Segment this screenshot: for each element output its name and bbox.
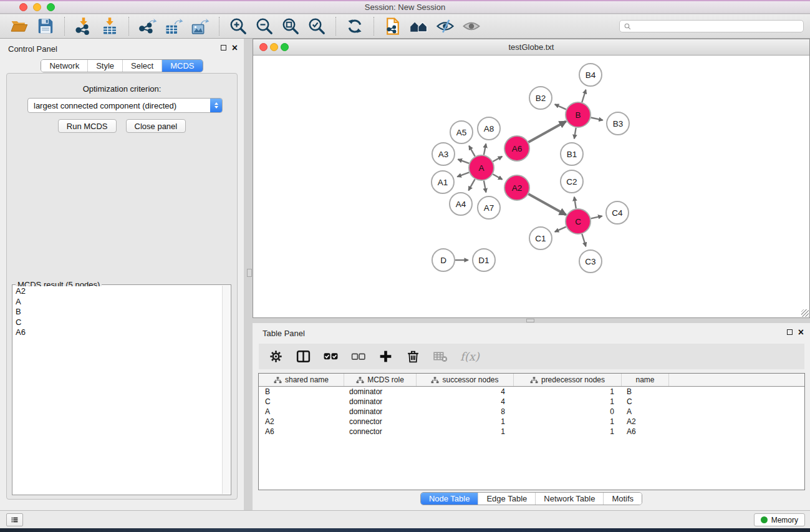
tab-style[interactable]: Style bbox=[87, 60, 122, 72]
float-panel-icon[interactable] bbox=[221, 45, 226, 51]
export-image-button[interactable] bbox=[188, 16, 212, 37]
network-window-titlebar[interactable]: testGlobe.txt bbox=[253, 39, 809, 56]
save-session-button[interactable] bbox=[34, 16, 57, 37]
tab-node-table[interactable]: Node Table bbox=[421, 493, 478, 505]
select-all-rows-button[interactable] bbox=[321, 349, 340, 364]
hide-graphics-details-button[interactable] bbox=[433, 16, 457, 37]
column-header-shared-name[interactable]: shared name bbox=[259, 374, 344, 386]
edge-B-B3[interactable] bbox=[591, 118, 603, 120]
edge-A6-B[interactable] bbox=[528, 122, 566, 142]
close-table-panel-icon[interactable]: × bbox=[798, 329, 804, 336]
tab-edge-table[interactable]: Edge Table bbox=[478, 493, 535, 505]
show-graphics-details-button[interactable] bbox=[460, 16, 483, 37]
node-C1[interactable]: C1 bbox=[529, 227, 552, 249]
tab-mcds[interactable]: MCDS bbox=[162, 60, 202, 72]
edge-B-B2[interactable] bbox=[555, 104, 566, 109]
node-A[interactable]: A bbox=[469, 155, 494, 180]
zoom-selected-button[interactable] bbox=[305, 16, 329, 37]
table-row[interactable]: Adominator80A bbox=[259, 407, 804, 417]
mcds-result-list[interactable]: A2ABCA6 bbox=[13, 286, 221, 494]
memory-button[interactable]: Memory bbox=[754, 513, 805, 526]
delete-columns-button[interactable] bbox=[403, 349, 423, 364]
table-row[interactable]: A6connector11A6 bbox=[259, 427, 804, 437]
edge-A-A1[interactable] bbox=[457, 172, 469, 177]
edge-A-A2[interactable] bbox=[493, 174, 502, 180]
node-A2[interactable]: A2 bbox=[504, 175, 529, 200]
node-A5[interactable]: A5 bbox=[450, 121, 473, 143]
column-header-name[interactable]: name bbox=[622, 374, 669, 386]
node-D1[interactable]: D1 bbox=[473, 249, 495, 271]
edge-C-C2[interactable] bbox=[574, 197, 576, 209]
node-A6[interactable]: A6 bbox=[504, 136, 529, 161]
mcds-result-item[interactable]: A2 bbox=[13, 286, 221, 297]
search-input[interactable] bbox=[632, 21, 799, 31]
node-C4[interactable]: C4 bbox=[606, 201, 629, 224]
node-C3[interactable]: C3 bbox=[579, 250, 602, 273]
close-panel-icon[interactable]: × bbox=[232, 44, 238, 51]
table-row[interactable]: Bdominator41B bbox=[259, 387, 804, 397]
node-A8[interactable]: A8 bbox=[478, 117, 500, 140]
node-B3[interactable]: B3 bbox=[607, 112, 629, 135]
node-A4[interactable]: A4 bbox=[450, 193, 472, 215]
tab-network-table[interactable]: Network Table bbox=[535, 493, 603, 505]
network-from-file-button[interactable] bbox=[381, 16, 405, 37]
table-row[interactable]: Cdominator41C bbox=[259, 397, 804, 407]
table-settings-button[interactable] bbox=[266, 349, 286, 364]
close-panel-button[interactable]: Close panel bbox=[126, 119, 186, 133]
table-row[interactable]: A2connector11A2 bbox=[259, 417, 804, 427]
node-A7[interactable]: A7 bbox=[478, 196, 500, 219]
open-session-button[interactable] bbox=[7, 16, 31, 37]
mcds-result-item[interactable]: C bbox=[13, 317, 221, 328]
zoom-in-button[interactable] bbox=[226, 16, 250, 37]
optimization-criterion-select[interactable]: largest connected component (directed) bbox=[27, 98, 223, 113]
window-resize-handle[interactable] bbox=[801, 309, 809, 317]
zoom-out-button[interactable] bbox=[253, 16, 276, 37]
edge-A-A3[interactable] bbox=[458, 160, 470, 163]
edge-A-A4[interactable] bbox=[468, 179, 475, 190]
import-network-button[interactable] bbox=[72, 16, 95, 37]
delete-table-button[interactable] bbox=[431, 349, 450, 364]
network-canvas[interactable]: B4B2BB3A8A5A6A3B1AC2A1A2A4A7C4CC1DD1C3 bbox=[253, 56, 809, 317]
tab-select[interactable]: Select bbox=[122, 60, 162, 72]
mcds-result-scrollbar[interactable] bbox=[222, 286, 230, 494]
vertical-splitter-handle[interactable] bbox=[247, 269, 252, 277]
node-D[interactable]: D bbox=[432, 249, 455, 271]
node-A1[interactable]: A1 bbox=[432, 171, 454, 193]
tab-motifs[interactable]: Motifs bbox=[603, 493, 642, 505]
export-network-button[interactable] bbox=[136, 16, 160, 37]
task-history-button[interactable] bbox=[6, 513, 23, 526]
import-table-button[interactable] bbox=[98, 16, 122, 37]
function-builder-button[interactable]: f(x) bbox=[458, 350, 481, 363]
run-mcds-button[interactable]: Run MCDS bbox=[58, 119, 117, 133]
edge-B-B4[interactable] bbox=[582, 90, 586, 102]
column-header-predecessor-nodes[interactable]: predecessor nodes bbox=[514, 374, 622, 386]
node-A3[interactable]: A3 bbox=[432, 143, 455, 165]
open-browser-button[interactable] bbox=[407, 16, 431, 37]
edge-A-A6[interactable] bbox=[493, 157, 502, 162]
edge-C-C1[interactable] bbox=[555, 227, 566, 232]
node-B1[interactable]: B1 bbox=[561, 143, 583, 165]
edge-A-A5[interactable] bbox=[469, 146, 475, 157]
tab-network[interactable]: Network bbox=[41, 60, 87, 72]
mcds-result-item[interactable]: A bbox=[13, 297, 221, 307]
edge-B-B1[interactable] bbox=[574, 128, 576, 139]
refresh-view-button[interactable] bbox=[343, 16, 367, 37]
zoom-fit-button[interactable] bbox=[279, 16, 302, 37]
node-C2[interactable]: C2 bbox=[561, 170, 583, 193]
horizontal-splitter-handle[interactable] bbox=[526, 319, 534, 322]
show-column-button[interactable] bbox=[294, 349, 313, 364]
column-header-mcds-role[interactable]: MCDS role bbox=[344, 374, 417, 386]
edge-C-C3[interactable] bbox=[582, 234, 586, 246]
edge-A-A7[interactable] bbox=[484, 181, 486, 193]
edge-A-A8[interactable] bbox=[484, 144, 486, 155]
create-column-button[interactable] bbox=[376, 349, 395, 364]
export-table-button[interactable] bbox=[162, 16, 186, 37]
mcds-result-item[interactable]: B bbox=[13, 307, 221, 317]
node-B4[interactable]: B4 bbox=[579, 64, 602, 86]
search-box[interactable] bbox=[619, 20, 804, 32]
float-table-panel-icon[interactable] bbox=[787, 329, 793, 335]
edge-C-C4[interactable] bbox=[591, 216, 602, 218]
mcds-result-item[interactable]: A6 bbox=[13, 327, 221, 338]
column-header-successor-nodes[interactable]: successor nodes bbox=[417, 374, 514, 386]
node-B2[interactable]: B2 bbox=[529, 87, 552, 109]
